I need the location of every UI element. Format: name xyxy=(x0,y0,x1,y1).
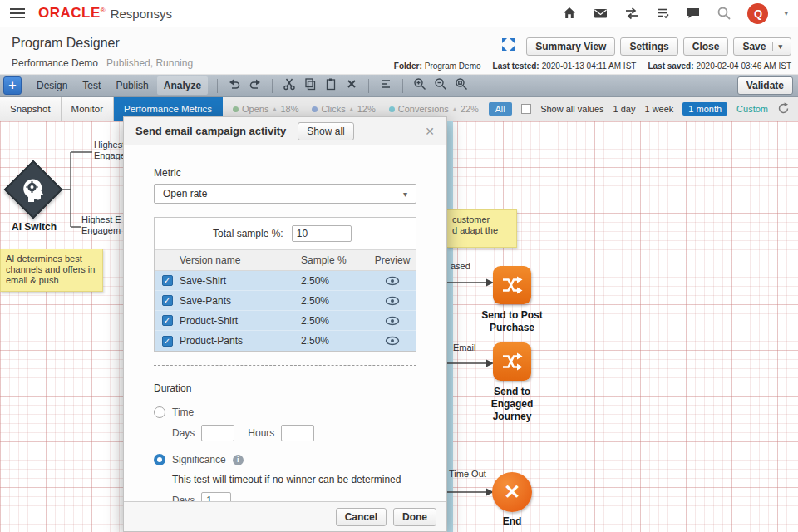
topbar-actions: Q ▾ xyxy=(562,3,798,24)
add-activity-button[interactable]: + xyxy=(3,76,22,95)
preview-eye-icon[interactable] xyxy=(385,316,400,326)
align-icon[interactable] xyxy=(379,77,392,94)
edge-label-email: Email xyxy=(453,342,476,352)
sig-days-input[interactable] xyxy=(201,492,231,501)
summary-view-button[interactable]: Summary View xyxy=(526,37,615,56)
end-node[interactable]: ✕ xyxy=(492,472,532,512)
dialog-footer: Cancel Done xyxy=(124,501,446,531)
hours-label: Hours xyxy=(248,427,274,439)
program-meta: Folder:Program Demo Last tested:2020-01-… xyxy=(394,62,791,71)
days-input[interactable] xyxy=(201,425,234,441)
global-topbar: ORACLE® Responsys Q ▾ xyxy=(0,0,798,27)
preview-eye-icon[interactable] xyxy=(385,296,400,306)
row-checkbox[interactable]: ✓ xyxy=(162,275,173,286)
range-1-day[interactable]: 1 day xyxy=(613,104,636,114)
tab-test[interactable]: Test xyxy=(76,76,107,95)
preview-eye-icon[interactable] xyxy=(385,276,400,286)
end-x-icon: ✕ xyxy=(504,480,520,504)
tasks-icon[interactable] xyxy=(655,6,670,21)
range-1-month[interactable]: 1 month xyxy=(682,102,727,116)
cut-icon[interactable] xyxy=(283,77,296,94)
chat-icon[interactable] xyxy=(686,6,701,21)
total-sample-input[interactable] xyxy=(292,225,352,242)
hamburger-menu-icon[interactable] xyxy=(10,8,25,19)
settings-button[interactable]: Settings xyxy=(620,37,677,56)
send-to-post-purchase-label: Send to Post Purchase xyxy=(476,309,548,334)
crossover-arrows-icon xyxy=(500,351,524,372)
dialog-close-icon[interactable]: ✕ xyxy=(425,125,435,138)
save-button[interactable]: Save ▾ xyxy=(733,37,791,56)
days-label: Days xyxy=(172,427,195,439)
time-radio[interactable] xyxy=(154,406,165,418)
tab-analyze[interactable]: Analyze xyxy=(157,76,208,95)
tab-design[interactable]: Design xyxy=(30,76,74,95)
refresh-icon[interactable] xyxy=(777,102,790,116)
info-icon[interactable]: i xyxy=(233,455,244,466)
total-sample-label: Total sample %: xyxy=(213,228,283,239)
sticky-note-customer[interactable]: customer d adapt the xyxy=(447,209,517,248)
hours-input[interactable] xyxy=(281,425,314,441)
clicks-dot xyxy=(312,106,318,112)
save-caret-icon[interactable]: ▾ xyxy=(772,42,782,51)
header-actions: Summary View Settings Close Save ▾ xyxy=(500,37,791,56)
zoom-fit-icon[interactable] xyxy=(455,77,468,94)
last-saved-meta: Last saved:2020-02-04 03:46 AM IST xyxy=(648,62,791,71)
avatar-caret-icon[interactable]: ▾ xyxy=(784,9,788,17)
redo-icon[interactable] xyxy=(249,77,262,94)
program-status: Published, Running xyxy=(106,57,193,69)
paste-icon[interactable] xyxy=(324,77,337,94)
row-checkbox[interactable]: ✓ xyxy=(162,295,173,306)
send-to-engaged-journey-node[interactable] xyxy=(493,342,531,381)
legend-clicks: Clicks▲12% xyxy=(312,104,375,114)
cancel-button[interactable]: Cancel xyxy=(336,508,387,526)
copy-icon[interactable] xyxy=(303,77,317,94)
zoom-out-icon[interactable] xyxy=(434,77,447,94)
metric-label: Metric xyxy=(154,167,416,179)
row-checkbox[interactable]: ✓ xyxy=(162,315,173,326)
significance-radio[interactable] xyxy=(154,454,165,466)
tab-monitor[interactable]: Monitor xyxy=(62,97,114,121)
fullscreen-icon[interactable] xyxy=(500,37,516,56)
range-1-week[interactable]: 1 week xyxy=(644,104,673,114)
done-button[interactable]: Done xyxy=(393,508,436,526)
duration-label: Duration xyxy=(154,382,416,394)
show-all-button[interactable]: Show all xyxy=(298,122,353,140)
days-hours-row: Days Hours xyxy=(172,425,416,441)
dialog-body: Metric Open rate ▾ Total sample %: Versi… xyxy=(124,145,446,501)
undo-icon[interactable] xyxy=(228,77,241,94)
page-header: Program Designer Performance Demo Publis… xyxy=(0,27,798,75)
legend-opens: Opens▲18% xyxy=(233,104,298,114)
validate-button[interactable]: Validate xyxy=(737,76,793,95)
table-row[interactable]: ✓ Product-Shirt 2.50% xyxy=(155,311,416,331)
delete-icon[interactable] xyxy=(345,77,358,94)
sticky-note-ai[interactable]: AI determines best channels and offers i… xyxy=(0,249,103,292)
flow-icon[interactable] xyxy=(624,6,639,21)
tab-snapshot[interactable]: Snapshot xyxy=(0,97,62,121)
dashed-divider xyxy=(154,365,416,366)
send-to-post-purchase-node[interactable] xyxy=(493,266,531,304)
table-row[interactable]: ✓ Product-Pants 2.50% xyxy=(155,331,416,351)
range-controls: Show all values 1 day 1 week 1 month Cus… xyxy=(521,102,798,116)
range-custom[interactable]: Custom xyxy=(736,104,768,114)
mail-icon[interactable] xyxy=(593,6,608,21)
show-all-values-checkbox[interactable] xyxy=(521,104,531,114)
ai-switch-label: AI Switch xyxy=(4,221,64,233)
metric-select[interactable]: Open rate ▾ xyxy=(154,184,416,204)
search-icon[interactable] xyxy=(717,6,732,21)
significance-option-row: Significance i xyxy=(154,454,416,466)
row-checkbox[interactable]: ✓ xyxy=(162,336,173,347)
all-metrics-button[interactable]: All xyxy=(489,102,512,116)
zoom-in-icon[interactable] xyxy=(413,77,426,94)
user-avatar[interactable]: Q xyxy=(747,3,768,24)
close-button[interactable]: Close xyxy=(683,37,729,56)
toolbar-icons xyxy=(214,77,468,94)
tab-publish[interactable]: Publish xyxy=(109,76,155,95)
preview-eye-icon[interactable] xyxy=(385,336,400,346)
home-icon[interactable] xyxy=(562,6,577,21)
table-row[interactable]: ✓ Save-Shirt 2.50% xyxy=(155,271,416,291)
sig-days-row: Days xyxy=(172,492,416,501)
table-row[interactable]: ✓ Save-Pants 2.50% xyxy=(155,291,416,311)
sig-days-label: Days xyxy=(172,495,195,501)
edge-label-purchased: ased xyxy=(451,261,470,271)
folder-meta: Folder:Program Demo xyxy=(394,62,481,71)
